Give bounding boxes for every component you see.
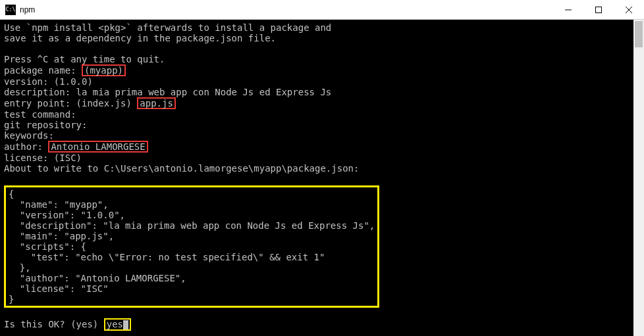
terminal-output[interactable]: Use `npm install <pkg>` afterwards to in… xyxy=(0,20,644,333)
minimize-icon xyxy=(565,7,572,13)
svg-rect-1 xyxy=(596,7,602,12)
intro-line-1: Use `npm install <pkg>` afterwards to in… xyxy=(4,22,331,33)
window-title: npm xyxy=(20,5,553,14)
quit-hint: Press ^C at any time to quit. xyxy=(4,54,165,64)
entry-point-label: entry point: (index.js) xyxy=(4,98,137,108)
keywords-line: keywords: xyxy=(4,130,54,141)
maximize-button[interactable] xyxy=(583,0,614,19)
confirm-value: yes xyxy=(107,319,123,329)
package-name-highlight: (myapp) xyxy=(82,64,126,76)
confirm-label: Is this OK? (yes) xyxy=(4,319,104,329)
description-line: description: la mia prima web app con No… xyxy=(4,87,331,97)
maximize-icon xyxy=(595,7,602,13)
cursor xyxy=(123,320,128,329)
json-preview-box: { "name": "myapp", "version": "1.0.0", "… xyxy=(4,185,379,308)
package-name-label: package name: xyxy=(4,65,82,76)
close-icon xyxy=(626,7,632,13)
terminal-area: Use `npm install <pkg>` afterwards to in… xyxy=(0,20,644,336)
intro-line-2: save it as a dependency in the package.j… xyxy=(4,33,276,43)
author-highlight: Antonio LAMORGESE xyxy=(48,141,148,153)
window-controls xyxy=(553,0,644,19)
git-repo-line: git repository: xyxy=(4,120,87,130)
entry-point-highlight: app.js xyxy=(137,97,176,109)
vertical-scrollbar[interactable] xyxy=(633,20,644,336)
minimize-button[interactable] xyxy=(553,0,583,19)
license-line: license: (ISC) xyxy=(4,153,82,163)
scrollbar-thumb[interactable] xyxy=(635,21,643,47)
window-titlebar: C:\ npm xyxy=(0,0,644,20)
close-button[interactable] xyxy=(614,0,644,19)
app-icon: C:\ xyxy=(5,5,16,15)
confirm-highlight: yes xyxy=(104,318,131,331)
version-line: version: (1.0.0) xyxy=(4,76,93,87)
author-label: author: xyxy=(4,141,48,152)
test-command-line: test command: xyxy=(4,109,76,120)
about-to-write-line: About to write to C:\Users\antonio.lamor… xyxy=(4,163,359,174)
